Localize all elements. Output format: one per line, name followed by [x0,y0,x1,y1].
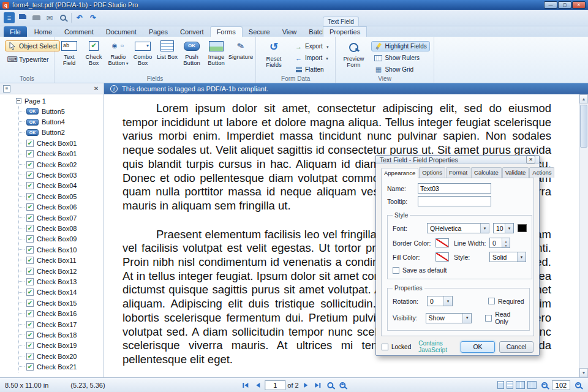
tree-item[interactable]: Check Box01 [19,138,104,148]
tree-item[interactable]: Button5 [19,106,104,116]
email-icon[interactable] [44,12,55,23]
ribbon-field-button[interactable]: Combo Box [130,38,155,67]
minimize-button[interactable] [544,1,557,9]
tree-item[interactable]: Button4 [19,116,104,127]
object-select-button[interactable]: Object Select [5,40,60,51]
tree-item[interactable]: Check Box18 [19,330,104,340]
close-button[interactable] [572,1,586,9]
tree-item[interactable]: Check Box16 [19,308,104,318]
ribbon-menu-icon[interactable] [4,12,15,23]
zoom-level-input[interactable] [552,380,570,390]
sidebar-close-icon[interactable] [92,85,100,92]
ribbon-tab[interactable]: Document [100,26,143,37]
dialog-tab[interactable]: Validate [502,167,529,178]
ribbon-field-button[interactable]: Text Field [57,38,81,67]
last-page-button[interactable] [313,380,323,390]
preview-form-button[interactable]: Preview Form [339,39,368,75]
locked-checkbox[interactable] [382,344,388,350]
tree-item[interactable]: Check Box02 [19,159,104,170]
readonly-checkbox[interactable] [485,315,492,322]
dialog-tab[interactable]: Actions [529,167,554,178]
maximize-button[interactable] [558,1,571,9]
single-page-icon[interactable] [497,381,504,389]
ribbon-field-button[interactable]: List Box [155,38,179,67]
ok-button[interactable]: OK [461,341,495,353]
tree-item[interactable]: Check Box10 [19,244,104,255]
next-page-button[interactable] [301,380,311,390]
first-page-button[interactable] [240,380,251,390]
ribbon-tab[interactable]: Secure [243,26,276,37]
tree-item[interactable]: Check Box06 [19,202,104,213]
tree-item[interactable]: Check Box15 [19,298,104,308]
tree-item[interactable]: Check Box07 [19,213,104,223]
ribbon-field-button[interactable]: Image Button [204,38,228,67]
ribbon-small-button[interactable]: Export [292,41,331,51]
tree-item[interactable]: Button2 [19,127,104,138]
dialog-tab[interactable]: Format [446,167,470,178]
tree-item[interactable]: Check Box13 [19,276,104,287]
rotation-select[interactable]: 0 [427,296,453,306]
font-color-swatch[interactable] [518,224,527,232]
tree-item[interactable]: Check Box11 [19,255,104,265]
name-field[interactable] [418,183,491,194]
visibility-select[interactable]: Show [426,313,472,323]
ribbon-small-button[interactable]: Highlight Fields [371,41,429,51]
scrollbar-thumb[interactable] [580,105,587,148]
border-color-button[interactable] [435,238,449,247]
tree-item[interactable]: Check Box09 [19,234,104,244]
reset-fields-button[interactable]: Reset Fields [260,39,288,75]
typewriter-button[interactable]: Typewriter [5,54,51,65]
undo-icon[interactable] [74,12,85,23]
dialog-tab[interactable]: Calculate [471,167,502,178]
scroll-up-arrow[interactable] [579,94,588,104]
tree-item[interactable]: Check Box17 [19,319,104,330]
ribbon-tab[interactable]: Pages [143,26,174,37]
dialog-titlebar[interactable]: Text Field - Field Properties [376,156,539,164]
ribbon-tab[interactable]: Forms [210,26,243,37]
tree-item[interactable]: Check Box12 [19,266,104,276]
save-default-checkbox[interactable] [393,267,399,274]
tree-item[interactable]: Check Box08 [19,223,104,233]
ribbon-tab[interactable]: Comment [58,26,100,37]
tree-root[interactable]: Page 1 [0,96,104,106]
ribbon-tab[interactable]: View [276,26,303,37]
dialog-close-icon[interactable] [526,156,535,164]
ribbon-field-button[interactable]: Check Box [81,38,106,67]
tooltip-field[interactable] [418,196,491,206]
zoom-out-icon[interactable]: − [539,380,549,390]
ribbon-small-button[interactable]: Show Grid [371,64,417,75]
facing-pages-icon[interactable] [516,381,525,389]
font-size-select[interactable]: 10 [493,223,514,233]
page-number-input[interactable] [265,380,285,390]
save-icon[interactable] [17,12,28,23]
zoom-tool-icon[interactable] [325,380,336,390]
zoom-in-icon[interactable]: + [573,380,583,390]
required-checkbox[interactable] [488,298,495,304]
ribbon-small-button[interactable]: Show Rulers [371,53,423,63]
tree-item[interactable]: Check Box05 [19,191,104,202]
loupe-tool-icon[interactable]: + [337,380,348,390]
ribbon-tab[interactable]: Convert [174,26,210,37]
ribbon-small-button[interactable]: Import [292,53,331,63]
tree-item[interactable]: Check Box14 [19,287,104,298]
ribbon-field-button[interactable]: Radio Button [106,38,130,67]
font-select[interactable]: QHelvetica [427,223,489,233]
tab-properties[interactable]: Properties [323,26,367,37]
redo-icon[interactable] [88,12,99,23]
ribbon-small-button[interactable]: Flatten [292,64,327,75]
facing-continuous-icon[interactable] [527,381,537,389]
dialog-tab[interactable]: Options [419,167,445,178]
line-width-stepper[interactable]: 0 [489,238,510,248]
border-style-select[interactable]: Solid [489,252,526,262]
panel-toggle-icon[interactable] [3,85,10,92]
tree-item[interactable]: Check Box19 [19,341,104,351]
cancel-button[interactable]: Cancel [499,341,533,353]
ribbon-tab[interactable]: Home [28,26,58,37]
tree-item[interactable]: Check Box21 [19,361,104,372]
scroll-down-arrow[interactable] [579,368,588,377]
collapse-icon[interactable] [16,98,21,104]
search-icon[interactable] [58,12,69,23]
fill-color-button[interactable] [435,252,449,262]
tree-item[interactable]: Check Box01 [19,149,104,159]
vertical-scrollbar[interactable] [579,94,588,377]
